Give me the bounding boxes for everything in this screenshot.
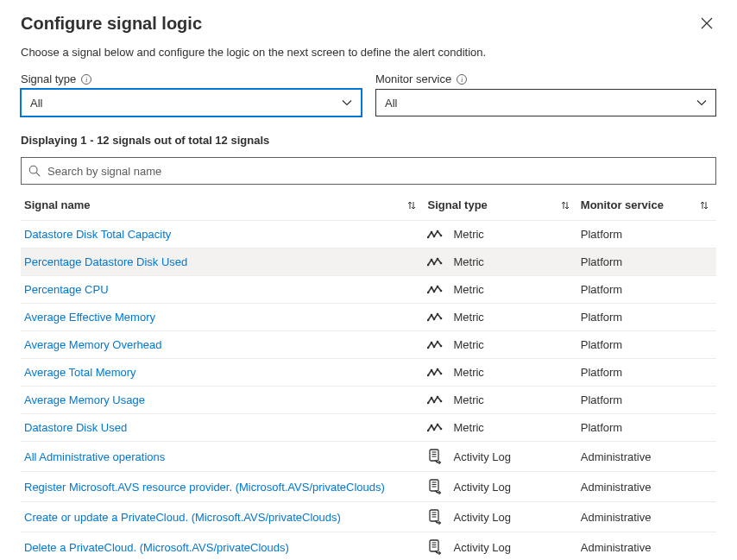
monitor-service-value: Administrative: [577, 502, 716, 532]
signal-type-label: Signal type i: [21, 72, 362, 85]
signal-link[interactable]: Delete a PrivateCloud. (Microsoft.AVS/pr…: [24, 541, 289, 554]
svg-rect-54: [430, 540, 438, 551]
table-row[interactable]: Create or update a PrivateCloud. (Micros…: [21, 502, 716, 532]
table-row[interactable]: Datastore Disk UsedMetricPlatform: [21, 414, 716, 442]
col-signal-type-label: Signal type: [427, 198, 487, 211]
configure-signal-panel: Configure signal logic Choose a signal b…: [0, 0, 737, 560]
monitor-service-filter: Monitor service i All: [375, 72, 716, 116]
filter-row: Signal type i All Monitor service i All: [21, 72, 716, 116]
svg-point-31: [440, 372, 443, 374]
svg-point-36: [440, 400, 443, 402]
signal-link[interactable]: Average Effective Memory: [24, 311, 155, 324]
table-row[interactable]: All Administrative operationsActivity Lo…: [21, 442, 716, 472]
signal-type-filter: Signal type i All: [21, 72, 362, 116]
activity-log-icon: [427, 449, 443, 464]
signal-link[interactable]: Datastore Disk Total Capacity: [24, 228, 171, 241]
signal-type-value: Metric: [453, 311, 483, 324]
table-row[interactable]: Delete a PrivateCloud. (Microsoft.AVS/pr…: [21, 532, 716, 561]
signals-table: Signal name Signal type: [21, 190, 716, 560]
svg-point-25: [437, 340, 439, 343]
signal-type-value: Activity Log: [453, 511, 510, 524]
svg-point-39: [433, 428, 436, 431]
table-row[interactable]: Percentage CPUMetricPlatform: [21, 276, 716, 304]
svg-point-8: [431, 258, 433, 261]
monitor-service-value: Platform: [577, 331, 716, 359]
monitor-service-value: Administrative: [577, 442, 716, 472]
metric-icon: [427, 368, 443, 378]
svg-point-10: [437, 257, 439, 260]
signal-type-value: Metric: [453, 393, 483, 406]
signal-type-value: All: [30, 97, 42, 110]
col-signal-name[interactable]: Signal name: [21, 190, 424, 221]
search-box[interactable]: [21, 157, 716, 185]
svg-point-14: [433, 290, 436, 293]
signal-type-value: Activity Log: [453, 541, 510, 554]
table-row[interactable]: Register Microsoft.AVS resource provider…: [21, 472, 716, 502]
search-input[interactable]: [46, 164, 709, 179]
svg-point-38: [431, 424, 433, 426]
signal-link[interactable]: Create or update a PrivateCloud. (Micros…: [24, 511, 341, 524]
svg-point-29: [433, 373, 436, 375]
signal-link[interactable]: Percentage CPU: [24, 283, 109, 296]
table-row[interactable]: Average Memory OverheadMetricPlatform: [21, 331, 716, 359]
col-monitor-service[interactable]: Monitor service: [577, 190, 716, 221]
metric-icon: [427, 230, 443, 240]
signal-type-value: Metric: [453, 366, 483, 379]
monitor-service-select[interactable]: All: [375, 89, 716, 116]
svg-point-26: [440, 344, 443, 347]
monitor-service-value: All: [385, 97, 397, 110]
svg-point-40: [437, 423, 439, 425]
col-signal-type[interactable]: Signal type: [424, 190, 576, 221]
svg-point-11: [440, 261, 443, 264]
metric-icon: [427, 257, 443, 267]
signal-type-value: Activity Log: [453, 450, 510, 463]
info-icon[interactable]: i: [81, 74, 91, 85]
sort-icon: [699, 200, 709, 211]
monitor-service-value: Platform: [577, 414, 716, 442]
page-title: Configure signal logic: [21, 14, 202, 34]
table-row[interactable]: Average Memory UsageMetricPlatform: [21, 387, 716, 414]
signal-type-value: Metric: [453, 283, 483, 296]
signal-link[interactable]: Register Microsoft.AVS resource provider…: [24, 481, 385, 494]
sort-icon: [560, 200, 570, 211]
table-row[interactable]: Percentage Datastore Disk UsedMetricPlat…: [21, 249, 716, 276]
signal-type-label-text: Signal type: [21, 72, 76, 85]
signal-link[interactable]: Average Memory Usage: [24, 393, 145, 406]
table-row[interactable]: Datastore Disk Total CapacityMetricPlatf…: [21, 221, 716, 249]
signal-type-value: Metric: [453, 228, 483, 241]
info-icon[interactable]: i: [457, 74, 467, 85]
signal-type-select[interactable]: All: [21, 89, 362, 116]
signal-link[interactable]: All Administrative operations: [24, 450, 165, 463]
svg-point-5: [437, 230, 439, 232]
svg-point-34: [433, 400, 436, 403]
svg-line-1: [36, 173, 40, 176]
col-signal-name-label: Signal name: [24, 198, 91, 211]
metric-icon: [427, 340, 443, 350]
svg-point-0: [29, 166, 37, 173]
svg-rect-42: [430, 450, 438, 461]
svg-point-33: [431, 396, 433, 399]
table-row[interactable]: Average Total MemoryMetricPlatform: [21, 359, 716, 387]
svg-point-28: [431, 368, 433, 371]
signal-link[interactable]: Average Memory Overhead: [24, 338, 161, 351]
svg-point-16: [440, 289, 443, 292]
svg-point-9: [433, 262, 436, 265]
monitor-service-value: Platform: [577, 276, 716, 304]
activity-log-icon: [427, 539, 443, 555]
signal-link[interactable]: Percentage Datastore Disk Used: [24, 255, 187, 268]
signal-link[interactable]: Datastore Disk Used: [24, 421, 127, 434]
metric-icon: [427, 395, 443, 406]
svg-point-6: [440, 234, 443, 236]
monitor-service-label: Monitor service i: [375, 72, 716, 85]
table-row[interactable]: Average Effective MemoryMetricPlatform: [21, 304, 716, 331]
svg-point-20: [437, 312, 439, 315]
monitor-service-value: Administrative: [577, 472, 716, 502]
svg-point-23: [431, 341, 433, 343]
signal-link[interactable]: Average Total Memory: [24, 366, 136, 379]
close-icon[interactable]: [697, 14, 716, 35]
signal-type-value: Metric: [453, 338, 483, 351]
signal-type-value: Metric: [453, 421, 483, 434]
table-body: Datastore Disk Total CapacityMetricPlatf…: [21, 221, 716, 561]
svg-point-35: [437, 395, 439, 398]
monitor-service-value: Administrative: [577, 532, 716, 561]
